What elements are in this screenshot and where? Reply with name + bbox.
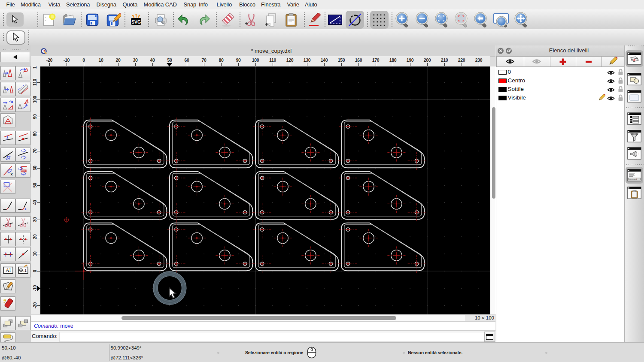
svg-text:SVG: SVG: [131, 19, 141, 24]
svg-text:x: x: [10, 172, 12, 176]
svg-text:Al: Al: [6, 267, 11, 273]
svg-text:command: command: [629, 178, 637, 180]
svg-text:.1: .1: [23, 268, 27, 273]
